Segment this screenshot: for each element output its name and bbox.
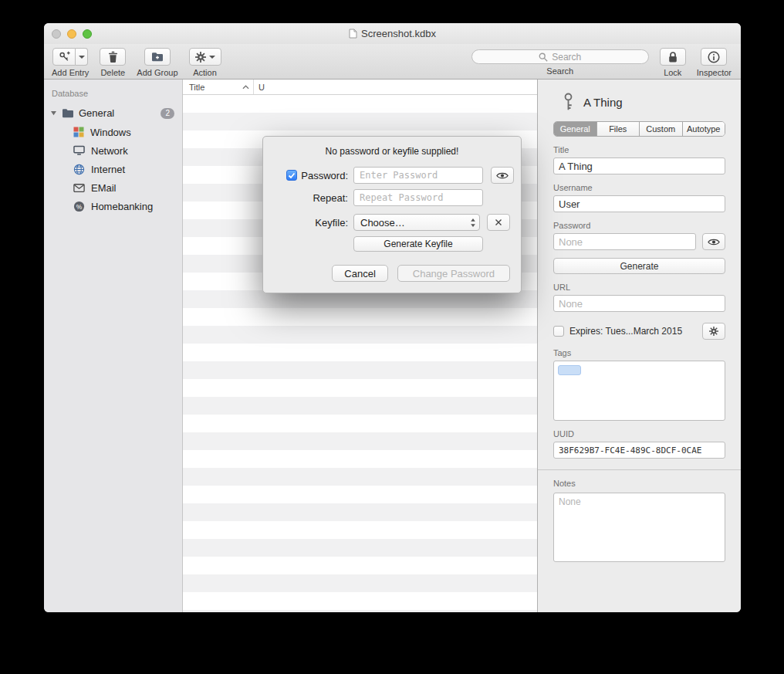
monitor-icon: [73, 145, 85, 156]
keyfile-popup[interactable]: Choose…: [353, 214, 480, 231]
generate-keyfile-row: Generate Keyfile: [353, 236, 510, 252]
sidebar-item-email[interactable]: EMail: [44, 178, 182, 197]
add-group-button[interactable]: [144, 48, 171, 66]
lock-tool: Lock: [660, 48, 686, 77]
notes-field[interactable]: [553, 493, 725, 562]
tab-files[interactable]: Files: [596, 122, 640, 136]
password-checkbox[interactable]: [286, 170, 297, 181]
zoom-button[interactable]: [83, 29, 92, 39]
group-label: Internet: [91, 164, 125, 175]
expires-checkbox[interactable]: [553, 326, 564, 337]
cancel-button[interactable]: Cancel: [332, 265, 387, 282]
sidebar-item-windows[interactable]: Windows: [44, 123, 182, 141]
password-field-label: Password: [553, 221, 725, 230]
action-button[interactable]: [189, 48, 221, 66]
close-button[interactable]: [52, 29, 61, 39]
password-field[interactable]: [553, 233, 696, 250]
sidebar-item-homebanking[interactable]: % Homebanking: [44, 197, 182, 215]
window-title: Screenshot.kdbx: [349, 28, 436, 39]
expires-row: Expires: Tues...March 2015: [553, 323, 725, 340]
tags-label: Tags: [553, 348, 725, 357]
sidebar-item-internet[interactable]: Internet: [44, 160, 182, 178]
generate-password-button[interactable]: Generate: [553, 258, 725, 274]
url-field[interactable]: [553, 295, 725, 312]
delete-button[interactable]: [100, 48, 126, 66]
password-input[interactable]: [353, 167, 483, 184]
title-field-label: Title: [553, 145, 725, 154]
folder-icon: [62, 108, 74, 118]
repeat-row: Repeat:: [274, 189, 510, 206]
entry-count-badge: 2: [161, 108, 174, 119]
sidebar-item-network[interactable]: Network: [44, 141, 182, 160]
change-password-button[interactable]: Change Password: [397, 265, 510, 282]
lock-icon: [667, 51, 678, 63]
app-window: Screenshot.kdbx Add Entry Delete Add Gro…: [44, 23, 741, 612]
uuid-field[interactable]: [553, 442, 725, 459]
add-entry-dropdown-button[interactable]: [76, 48, 88, 66]
search-tool: Search Search: [471, 48, 649, 76]
keyfile-label: Keyfile:: [315, 217, 348, 229]
tag-chip[interactable]: [558, 365, 581, 375]
add-entry-tool: Add Entry: [52, 48, 89, 77]
sidebar-header: Database: [44, 87, 182, 103]
column-header-username[interactable]: U: [254, 83, 265, 92]
minimize-button[interactable]: [67, 29, 76, 39]
add-group-tool: Add Group: [137, 48, 177, 77]
repeat-label: Repeat:: [313, 192, 348, 204]
title-field[interactable]: [553, 157, 725, 174]
add-entry-label: Add Entry: [52, 68, 89, 77]
reveal-password-button[interactable]: [702, 233, 725, 250]
entry-title: A Thing: [583, 96, 623, 109]
search-label: Search: [546, 66, 573, 76]
tab-general[interactable]: General: [554, 122, 596, 136]
tab-custom[interactable]: Custom: [639, 122, 682, 136]
keyfile-row: Keyfile: Choose…: [274, 214, 510, 231]
add-entry-button[interactable]: [52, 48, 88, 66]
inspector-tabs: General Files Custom Autotype: [553, 121, 725, 137]
inspector-tool: Inspector: [697, 48, 732, 77]
search-input[interactable]: Search: [471, 49, 649, 64]
percent-coin-icon: %: [73, 201, 85, 212]
column-title-label: Title: [189, 83, 204, 92]
document-icon: [349, 29, 357, 39]
dialog-message: No password or keyfile supplied!: [274, 146, 510, 157]
repeat-password-input[interactable]: [353, 189, 483, 206]
inspector-button[interactable]: [701, 48, 727, 66]
svg-text:%: %: [76, 202, 83, 210]
url-field-label: URL: [553, 283, 725, 292]
tags-box[interactable]: [553, 361, 725, 421]
sidebar-item-general[interactable]: General 2: [44, 103, 182, 123]
lock-button[interactable]: [660, 48, 686, 66]
change-password-dialog: No password or keyfile supplied! Passwor…: [262, 136, 522, 293]
inspector-header: A Thing: [553, 89, 725, 121]
sort-ascending-icon: [242, 85, 249, 90]
reveal-password-button[interactable]: [491, 167, 514, 184]
add-entry-main-button[interactable]: [52, 48, 76, 66]
expires-settings-button[interactable]: [702, 323, 725, 340]
dialog-buttons: Cancel Change Password: [274, 265, 510, 282]
password-row: Password:: [274, 167, 510, 184]
action-label: Action: [193, 68, 217, 77]
inspector-panel: A Thing General Files Custom Autotype Ti…: [537, 80, 741, 612]
disclosure-triangle-icon[interactable]: [50, 110, 57, 116]
column-username-label: U: [259, 83, 265, 92]
column-header-title[interactable]: Title: [183, 80, 254, 94]
generate-keyfile-button[interactable]: Generate Keyfile: [353, 236, 483, 252]
search-placeholder: Search: [552, 52, 581, 63]
add-group-label: Add Group: [137, 68, 177, 77]
delete-label: Delete: [100, 68, 125, 77]
eye-icon: [708, 238, 720, 246]
keyfile-selected-value: Choose…: [360, 217, 405, 229]
toolbar: Add Entry Delete Add Group Action: [44, 44, 741, 80]
close-x-icon: [495, 218, 502, 226]
password-label: Password:: [301, 170, 348, 181]
tab-autotype[interactable]: Autotype: [682, 122, 725, 136]
expires-label: Expires: Tues...March 2015: [569, 326, 682, 337]
username-field[interactable]: [553, 195, 725, 212]
clear-keyfile-button[interactable]: [487, 214, 510, 231]
title-bar: Screenshot.kdbx: [44, 23, 741, 44]
uuid-label: UUID: [553, 429, 725, 439]
stepper-icon: [470, 218, 476, 228]
lock-label: Lock: [664, 68, 681, 77]
check-icon: [288, 172, 296, 179]
